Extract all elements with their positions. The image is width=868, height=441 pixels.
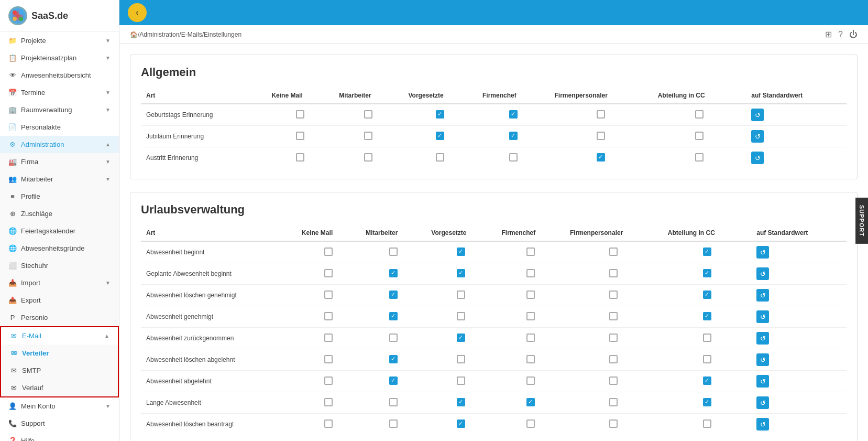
checkbox-firmenpersonaler-4[interactable]	[609, 334, 618, 342]
checkbox-keine_mail-7[interactable]	[324, 398, 333, 406]
checkbox-keine_mail-2[interactable]	[296, 153, 304, 162]
sidebar-item-projekte[interactable]: 📁Projekte▼	[0, 32, 119, 49]
sidebar-item-support[interactable]: 📞Support	[0, 415, 119, 432]
checkbox-keine_mail-1[interactable]	[324, 269, 333, 277]
sidebar-item-mein-konto[interactable]: 👤Mein Konto▼	[0, 397, 119, 415]
checkbox-abteilung_cc-4[interactable]	[703, 334, 711, 342]
checkbox-firmenpersonaler-8[interactable]	[609, 420, 618, 428]
sidebar-item-zuschläge[interactable]: ⊕Zuschläge	[0, 205, 119, 222]
checkbox-keine_mail-0[interactable]	[324, 248, 333, 256]
reset-button-0[interactable]: ↺	[756, 246, 769, 259]
help-icon[interactable]: ?	[838, 30, 843, 39]
sidebar-item-e-mail[interactable]: ✉E-Mail▲	[0, 326, 119, 345]
grid-icon[interactable]: ⊞	[825, 29, 832, 39]
reset-button-2[interactable]: ↺	[756, 289, 769, 302]
sidebar-item-anwesenheitsübersicht[interactable]: 👁Anwesenheitsübersicht	[0, 67, 119, 84]
checkbox-vorgesetzte-8[interactable]	[457, 420, 465, 428]
sidebar-item-personalakte[interactable]: 📄Personalakte	[0, 119, 119, 136]
checkbox-firmenpersonaler-6[interactable]	[609, 377, 618, 385]
checkbox-abteilung_cc-0[interactable]	[695, 110, 704, 119]
sidebar-item-administration[interactable]: ⚙Administration▲	[0, 136, 119, 153]
checkbox-abteilung_cc-7[interactable]	[703, 398, 711, 406]
checkbox-mitarbeiter-1[interactable]	[364, 132, 372, 140]
checkbox-vorgesetzte-6[interactable]	[457, 377, 465, 385]
sidebar-item-import[interactable]: 📥Import▼	[0, 274, 119, 292]
checkbox-firmenpersonaler-1[interactable]	[609, 269, 618, 277]
checkbox-firmenchef-1[interactable]	[526, 269, 535, 277]
sidebar-item-verlauf[interactable]: ✉Verlauf	[0, 379, 119, 397]
checkbox-mitarbeiter-6[interactable]	[389, 377, 398, 385]
checkbox-firmenchef-7[interactable]	[526, 398, 535, 406]
checkbox-firmenchef-5[interactable]	[526, 355, 535, 363]
checkbox-vorgesetzte-3[interactable]	[457, 312, 465, 320]
sidebar-item-smtp[interactable]: ✉SMTP	[0, 362, 119, 379]
checkbox-abteilung_cc-3[interactable]	[703, 312, 711, 320]
checkbox-firmenpersonaler-3[interactable]	[609, 312, 618, 320]
sidebar-item-profile[interactable]: ≡Profile	[0, 188, 119, 205]
power-icon[interactable]: ⏻	[849, 30, 858, 39]
checkbox-firmenchef-6[interactable]	[526, 377, 535, 385]
checkbox-firmenpersonaler-2[interactable]	[609, 291, 618, 299]
checkbox-firmenpersonaler-2[interactable]	[597, 153, 605, 162]
checkbox-keine_mail-5[interactable]	[324, 355, 333, 363]
checkbox-mitarbeiter-5[interactable]	[389, 355, 398, 363]
checkbox-abteilung_cc-1[interactable]	[703, 269, 711, 277]
checkbox-mitarbeiter-7[interactable]	[389, 398, 398, 406]
sidebar-item-feiertagskalender[interactable]: 🌐Feiertagskalender	[0, 222, 119, 240]
checkbox-vorgesetzte-7[interactable]	[457, 398, 465, 406]
sidebar-item-export[interactable]: 📤Export	[0, 292, 119, 309]
reset-button-8[interactable]: ↺	[756, 418, 769, 431]
sidebar-item-firma[interactable]: 🏭Firma▼	[0, 153, 119, 170]
checkbox-mitarbeiter-2[interactable]	[364, 153, 372, 162]
checkbox-firmenpersonaler-0[interactable]	[597, 110, 605, 119]
sidebar-item-personio[interactable]: PPersonio	[0, 309, 119, 326]
checkbox-abteilung_cc-2[interactable]	[703, 291, 711, 299]
checkbox-firmenpersonaler-7[interactable]	[609, 398, 618, 406]
sidebar-item-termine[interactable]: 📅Termine▼	[0, 84, 119, 101]
checkbox-mitarbeiter-2[interactable]	[389, 291, 398, 299]
checkbox-abteilung_cc-1[interactable]	[695, 132, 704, 140]
checkbox-firmenchef-1[interactable]	[509, 132, 518, 140]
checkbox-vorgesetzte-2[interactable]	[436, 153, 444, 162]
reset-button-4[interactable]: ↺	[756, 332, 769, 345]
checkbox-mitarbeiter-8[interactable]	[389, 420, 398, 428]
reset-button-6[interactable]: ↺	[756, 375, 769, 388]
checkbox-abteilung_cc-6[interactable]	[703, 377, 711, 385]
support-tab[interactable]: SUPPORT	[855, 197, 868, 243]
checkbox-mitarbeiter-4[interactable]	[389, 334, 398, 342]
checkbox-firmenchef-8[interactable]	[526, 420, 535, 428]
checkbox-firmenchef-0[interactable]	[526, 248, 535, 256]
checkbox-mitarbeiter-0[interactable]	[364, 110, 372, 119]
checkbox-vorgesetzte-0[interactable]	[457, 248, 465, 256]
reset-button-3[interactable]: ↺	[756, 310, 769, 323]
checkbox-abteilung_cc-8[interactable]	[703, 420, 711, 428]
checkbox-mitarbeiter-3[interactable]	[389, 312, 398, 320]
sidebar-item-raumverwaltung[interactable]: 🏢Raumverwaltung▼	[0, 101, 119, 119]
checkbox-firmenchef-3[interactable]	[526, 312, 535, 320]
reset-button-7[interactable]: ↺	[756, 396, 769, 409]
checkbox-firmenchef-2[interactable]	[509, 153, 518, 162]
checkbox-keine_mail-0[interactable]	[296, 110, 304, 119]
sidebar-item-stechuhr[interactable]: ⬜Stechuhr	[0, 257, 119, 274]
checkbox-keine_mail-8[interactable]	[324, 420, 333, 428]
checkbox-abteilung_cc-0[interactable]	[703, 248, 711, 256]
checkbox-mitarbeiter-1[interactable]	[389, 269, 398, 277]
checkbox-firmenchef-4[interactable]	[526, 334, 535, 342]
checkbox-abteilung_cc-2[interactable]	[695, 153, 704, 162]
checkbox-vorgesetzte-2[interactable]	[457, 291, 465, 299]
checkbox-keine_mail-4[interactable]	[324, 334, 333, 342]
reset-button-1[interactable]: ↺	[756, 267, 769, 280]
checkbox-mitarbeiter-0[interactable]	[389, 248, 398, 256]
checkbox-vorgesetzte-1[interactable]	[457, 269, 465, 277]
checkbox-firmenchef-2[interactable]	[526, 291, 535, 299]
checkbox-firmenpersonaler-0[interactable]	[609, 248, 618, 256]
reset-button-0[interactable]: ↺	[751, 109, 764, 121]
sidebar-item-mitarbeiter[interactable]: 👥Mitarbeiter▼	[0, 170, 119, 188]
checkbox-vorgesetzte-1[interactable]	[436, 132, 444, 140]
checkbox-firmenpersonaler-1[interactable]	[597, 132, 605, 140]
checkbox-firmenchef-0[interactable]	[509, 110, 518, 119]
checkbox-keine_mail-1[interactable]	[296, 132, 304, 140]
sidebar-item-abwesenheitsgründe[interactable]: 🌐Abwesenheitsgründe	[0, 240, 119, 257]
sidebar-item-hilfe[interactable]: ❓Hilfe	[0, 432, 119, 441]
checkbox-keine_mail-3[interactable]	[324, 312, 333, 320]
